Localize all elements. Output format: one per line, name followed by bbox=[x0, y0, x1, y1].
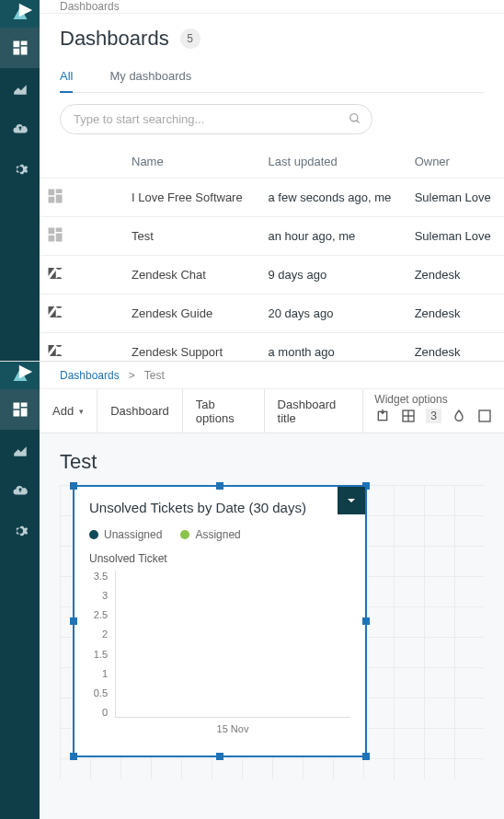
nav-upload-icon[interactable] bbox=[0, 109, 40, 149]
tab-all[interactable]: All bbox=[60, 63, 73, 92]
svg-rect-15 bbox=[20, 403, 27, 408]
cell-owner: Zendesk bbox=[407, 294, 504, 333]
svg-rect-7 bbox=[56, 190, 63, 194]
resize-handle[interactable] bbox=[216, 482, 223, 490]
svg-rect-6 bbox=[49, 190, 55, 196]
zendesk-icon bbox=[47, 348, 63, 361]
svg-rect-17 bbox=[13, 410, 19, 417]
chart-ytick: 3.5 bbox=[89, 571, 108, 582]
svg-rect-8 bbox=[56, 195, 63, 203]
cell-name: Zendesk Support bbox=[76, 333, 261, 362]
droplet-icon[interactable] bbox=[451, 408, 467, 424]
chart-ytick: 2 bbox=[89, 629, 108, 640]
chart-widget[interactable]: Unsolved Tickets by Date (30 days) Unass… bbox=[73, 485, 367, 757]
cell-name: Test bbox=[76, 217, 261, 256]
insert-icon[interactable] bbox=[374, 408, 391, 424]
col-owner: Owner bbox=[407, 145, 504, 179]
count-badge: 5 bbox=[180, 29, 200, 49]
app-logo[interactable] bbox=[0, 0, 40, 28]
dashboard-menu[interactable]: Dashboard bbox=[97, 389, 183, 433]
nav-settings-icon[interactable] bbox=[0, 149, 40, 190]
breadcrumb: Dashboards bbox=[40, 0, 504, 14]
svg-point-4 bbox=[350, 114, 358, 121]
chart-plot: 3.532.521.510.50 bbox=[89, 571, 350, 718]
chart-legend: Unassigned Assigned bbox=[89, 528, 350, 541]
svg-rect-14 bbox=[13, 403, 19, 410]
more-icon[interactable] bbox=[476, 408, 493, 424]
cell-updated: an hour ago, me bbox=[261, 217, 407, 256]
chart-ytick: 2.5 bbox=[89, 609, 108, 620]
tab-options-menu[interactable]: Tab options bbox=[183, 389, 265, 433]
cell-updated: a month ago bbox=[261, 333, 407, 362]
add-menu[interactable]: Add▾ bbox=[40, 389, 97, 433]
dashboard-title-menu[interactable]: Dashboard title bbox=[265, 389, 364, 433]
search-icon bbox=[349, 112, 361, 128]
nav-upload-icon[interactable] bbox=[0, 470, 40, 511]
table-row[interactable]: I Love Free Softwarea few seconds ago, m… bbox=[40, 179, 504, 217]
editor-toolbar: Add▾ Dashboard Tab options Dashboard tit… bbox=[40, 389, 504, 433]
svg-rect-16 bbox=[20, 409, 27, 417]
chart-ytick: 0.5 bbox=[89, 687, 108, 698]
dashboard-icon bbox=[47, 193, 63, 207]
canvas-grid[interactable]: Unsolved Tickets by Date (30 days) Unass… bbox=[60, 485, 484, 779]
col-updated: Last updated bbox=[261, 145, 407, 179]
page-title: Dashboards bbox=[60, 27, 169, 51]
chart-ytick: 1.5 bbox=[89, 649, 108, 660]
chart-ylabel: Unsolved Ticket bbox=[89, 552, 350, 565]
breadcrumb-sep: > bbox=[129, 369, 135, 382]
dashboards-table: Name Last updated Owner I Love Free Soft… bbox=[40, 145, 504, 361]
table-row[interactable]: Zendesk Chat9 days agoZendesk bbox=[40, 256, 504, 294]
nav-settings-icon[interactable] bbox=[0, 511, 40, 551]
breadcrumb-root[interactable]: Dashboards bbox=[60, 369, 120, 382]
sidebar bbox=[0, 0, 40, 361]
zendesk-icon bbox=[47, 309, 63, 323]
decimals-value[interactable]: 3 bbox=[426, 409, 441, 423]
cell-owner: Suleman Love bbox=[407, 217, 504, 256]
breadcrumb: Dashboards > Test bbox=[40, 362, 504, 389]
zendesk-icon bbox=[47, 271, 63, 284]
resize-handle[interactable] bbox=[362, 617, 370, 625]
chart-ytick: 0 bbox=[89, 707, 108, 718]
resize-handle[interactable] bbox=[70, 617, 77, 625]
svg-rect-13 bbox=[49, 236, 55, 242]
col-name: Name bbox=[76, 145, 261, 179]
nav-reports-icon[interactable] bbox=[0, 430, 40, 470]
sidebar bbox=[0, 362, 40, 819]
svg-rect-11 bbox=[56, 228, 63, 233]
resize-handle[interactable] bbox=[70, 482, 77, 490]
dashboard-icon bbox=[47, 232, 63, 246]
svg-line-5 bbox=[357, 121, 360, 123]
nav-dashboards-icon[interactable] bbox=[0, 389, 40, 430]
svg-rect-10 bbox=[49, 228, 55, 235]
legend-dot-icon bbox=[180, 530, 189, 539]
legend-dot-icon bbox=[89, 530, 98, 539]
cell-updated: 20 days ago bbox=[261, 294, 407, 333]
table-row[interactable]: Testan hour ago, meSuleman Love bbox=[40, 217, 504, 256]
widget-title: Unsolved Tickets by Date (30 days) bbox=[89, 500, 350, 515]
widget-menu-button[interactable] bbox=[338, 487, 365, 514]
table-row[interactable]: Zendesk Supporta month agoZendesk bbox=[40, 333, 504, 362]
tab-my-dashboards[interactable]: My dashboards bbox=[109, 63, 191, 92]
chart-ytick: 1 bbox=[89, 668, 108, 679]
cell-name: Zendesk Chat bbox=[76, 256, 261, 294]
search-input[interactable] bbox=[60, 104, 372, 134]
cell-updated: 9 days ago bbox=[261, 256, 407, 294]
cell-owner: Zendesk bbox=[407, 256, 504, 294]
table-row[interactable]: Zendesk Guide20 days agoZendesk bbox=[40, 294, 504, 333]
svg-rect-3 bbox=[13, 49, 19, 55]
breadcrumb-current: Test bbox=[144, 369, 165, 382]
resize-handle[interactable] bbox=[70, 753, 77, 760]
resize-handle[interactable] bbox=[216, 753, 223, 760]
widget-options-label: Widget options bbox=[363, 389, 504, 406]
cell-updated: a few seconds ago, me bbox=[261, 179, 407, 217]
cell-name: I Love Free Software bbox=[76, 179, 261, 217]
cell-owner: Suleman Love bbox=[407, 179, 504, 217]
breadcrumb-item: Dashboards bbox=[60, 0, 120, 13]
grid-icon[interactable] bbox=[400, 408, 417, 424]
svg-rect-9 bbox=[49, 197, 55, 203]
nav-reports-icon[interactable] bbox=[0, 68, 40, 109]
nav-dashboards-icon[interactable] bbox=[0, 28, 40, 68]
app-logo[interactable] bbox=[0, 362, 40, 389]
resize-handle[interactable] bbox=[362, 753, 370, 760]
svg-rect-0 bbox=[13, 41, 19, 48]
